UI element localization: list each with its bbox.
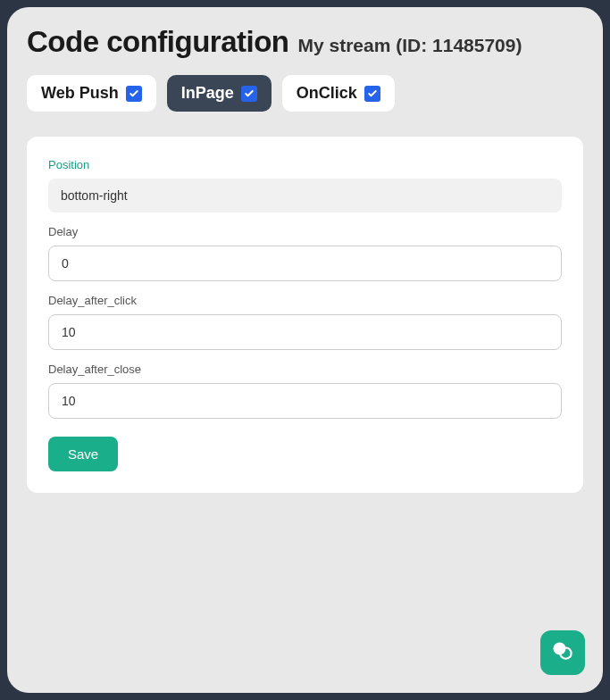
label-delay-after-close: Delay_after_close: [48, 362, 562, 376]
delay-input[interactable]: [48, 246, 562, 281]
page-title: Code configuration: [27, 25, 288, 59]
tab-onclick[interactable]: OnClick: [282, 75, 395, 112]
checkbox-icon: [241, 86, 257, 102]
form-card: Position bottom-right Delay Delay_after_…: [27, 137, 583, 493]
chat-icon: [550, 638, 575, 667]
page-container: Code configuration My stream (ID: 114857…: [7, 7, 603, 693]
field-delay-after-click: Delay_after_click: [48, 294, 562, 350]
delay-after-close-input[interactable]: [48, 383, 562, 419]
tabs-row: Web Push InPage OnClick: [27, 75, 583, 112]
tab-web-push[interactable]: Web Push: [27, 75, 156, 112]
label-position: Position: [48, 158, 562, 171]
tab-label: InPage: [181, 84, 234, 103]
field-position: Position bottom-right: [48, 158, 562, 212]
tab-label: OnClick: [297, 84, 357, 103]
page-header: Code configuration My stream (ID: 114857…: [27, 25, 583, 59]
checkbox-icon: [126, 86, 142, 102]
chat-fab[interactable]: [540, 630, 585, 675]
field-delay-after-close: Delay_after_close: [48, 362, 562, 419]
delay-after-click-input[interactable]: [48, 314, 562, 350]
label-delay-after-click: Delay_after_click: [48, 294, 562, 307]
position-select[interactable]: bottom-right: [48, 179, 562, 212]
tab-inpage[interactable]: InPage: [167, 75, 272, 112]
field-delay: Delay: [48, 225, 562, 281]
label-delay: Delay: [48, 225, 562, 238]
save-button[interactable]: Save: [48, 437, 118, 471]
tab-label: Web Push: [41, 84, 119, 103]
checkbox-icon: [364, 86, 380, 102]
page-subtitle: My stream (ID: 11485709): [297, 35, 522, 56]
